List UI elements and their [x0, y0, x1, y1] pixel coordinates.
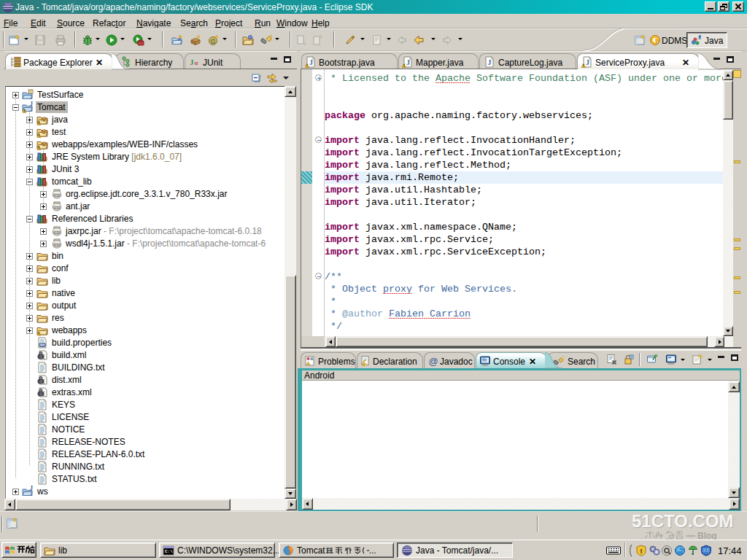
svg-text:G: G: [210, 38, 215, 45]
svg-text:J: J: [699, 34, 702, 41]
